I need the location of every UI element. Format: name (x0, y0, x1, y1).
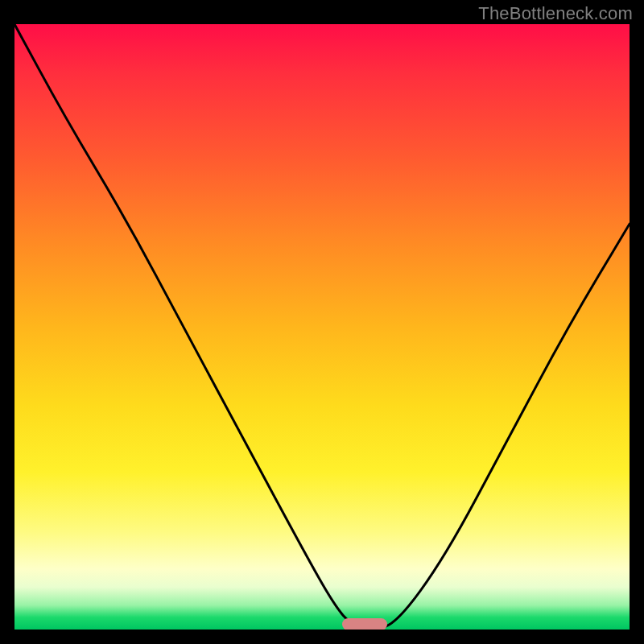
bottleneck-curve (14, 24, 630, 630)
watermark-text: TheBottleneck.com (478, 3, 633, 24)
plot-area (14, 24, 630, 630)
curve-path (14, 24, 630, 629)
chart-frame: TheBottleneck.com (0, 0, 644, 644)
optimal-marker (342, 618, 387, 630)
